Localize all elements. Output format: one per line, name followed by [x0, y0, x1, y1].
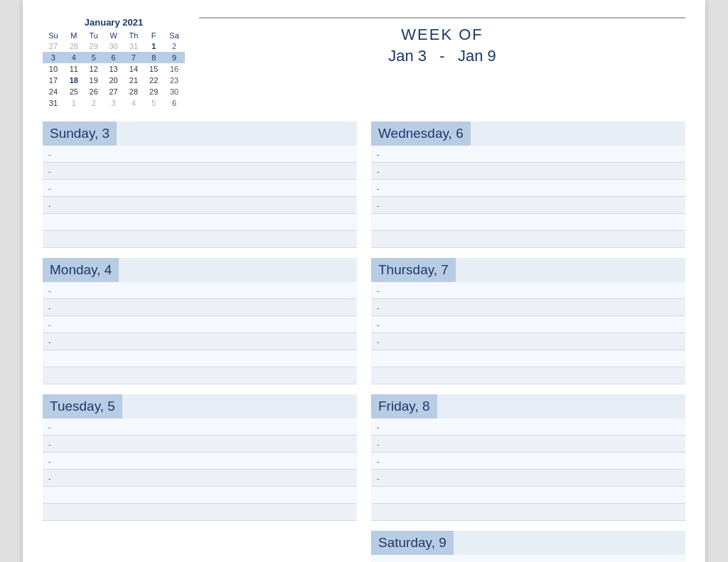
day-line[interactable] [43, 350, 357, 367]
top-section: January 2021 SuMTuWThFSa 272829303112345… [43, 17, 685, 109]
day-line[interactable] [371, 231, 685, 248]
day-lines: ---- [371, 282, 685, 384]
day-line[interactable]: - [43, 282, 357, 299]
day-header-right [456, 258, 685, 282]
cal-day: 11 [64, 63, 84, 75]
cal-day: 3 [43, 52, 64, 63]
day-line[interactable]: - [43, 180, 357, 197]
day-header: Tuesday, 5 [43, 394, 122, 418]
day-header: Saturday, 9 [371, 531, 454, 555]
day-line[interactable]: - [371, 453, 685, 470]
cal-day: 20 [104, 75, 124, 86]
day-line[interactable]: - [371, 333, 685, 350]
cal-day: 7 [124, 52, 144, 63]
cal-header: M [64, 31, 84, 40]
day-header-right [122, 394, 357, 418]
day-header-right [471, 121, 685, 146]
cal-day: 29 [144, 86, 164, 97]
day-lines: ---- [371, 555, 685, 562]
cal-day: 14 [124, 63, 144, 75]
day-header: Monday, 4 [43, 258, 119, 282]
cal-day: 8 [144, 52, 164, 63]
cal-day: 26 [84, 86, 104, 97]
day-header-right [437, 394, 685, 418]
day-lines: ---- [43, 418, 357, 521]
cal-day: 30 [104, 40, 124, 52]
cal-header: Sa [164, 31, 185, 40]
cal-day: 6 [164, 97, 185, 109]
day-block-tuesday--5: Tuesday, 5---- [43, 394, 357, 521]
cal-day: 25 [64, 86, 84, 97]
day-line[interactable]: - [371, 146, 685, 163]
day-line[interactable]: - [371, 436, 685, 453]
day-header-row: Friday, 8 [371, 394, 685, 418]
day-line[interactable] [43, 231, 357, 248]
day-header-row: Saturday, 9 [371, 531, 685, 555]
day-block-thursday--7: Thursday, 7---- [371, 258, 685, 384]
day-line[interactable]: - [43, 470, 357, 487]
day-header-row: Thursday, 7 [371, 258, 685, 282]
cal-header: Th [124, 31, 144, 40]
cal-header: Su [43, 31, 64, 40]
day-line[interactable] [371, 487, 685, 504]
week-of-section: WEEK OF Jan 3 - Jan 9 [199, 17, 685, 65]
day-line[interactable] [371, 367, 685, 384]
day-line[interactable]: - [43, 146, 357, 163]
day-line[interactable] [43, 367, 357, 384]
day-block-monday--4: Monday, 4---- [43, 258, 357, 384]
day-block-wednesday--6: Wednesday, 6---- [371, 121, 685, 248]
day-line[interactable]: - [43, 418, 357, 436]
day-block-saturday--9: Saturday, 9---- [371, 531, 685, 562]
day-header-row: Monday, 4 [43, 258, 357, 282]
day-line[interactable]: - [371, 418, 685, 436]
day-line[interactable] [371, 350, 685, 367]
day-line[interactable]: - [371, 470, 685, 487]
day-line[interactable]: - [371, 163, 685, 180]
cal-day: 10 [43, 63, 64, 75]
day-line[interactable] [43, 487, 357, 504]
day-line[interactable] [371, 504, 685, 521]
cal-day: 24 [43, 86, 64, 97]
cal-day: 1 [64, 97, 84, 109]
cal-day: 31 [43, 97, 64, 109]
day-line[interactable] [43, 504, 357, 521]
day-line[interactable]: - [43, 299, 357, 316]
calendar-table: SuMTuWThFSa 2728293031123456789101112131… [43, 31, 185, 109]
day-line[interactable]: - [371, 197, 685, 214]
week-start: Jan 3 [388, 47, 427, 65]
day-line[interactable]: - [43, 163, 357, 180]
day-line[interactable] [43, 214, 357, 231]
cal-day: 28 [124, 86, 144, 97]
day-line[interactable]: - [43, 197, 357, 214]
week-of-label: WEEK OF [401, 26, 483, 44]
day-line[interactable]: - [43, 436, 357, 453]
cal-day: 29 [84, 40, 104, 52]
cal-day: 12 [84, 63, 104, 75]
day-line[interactable]: - [43, 333, 357, 350]
day-grid: Sunday, 3----Wednesday, 6----Monday, 4--… [43, 121, 685, 562]
day-block-friday--8: Friday, 8---- [371, 394, 685, 521]
week-of-dates: Jan 3 - Jan 9 [388, 47, 496, 65]
day-line[interactable]: - [371, 555, 685, 562]
day-line[interactable]: - [371, 316, 685, 333]
day-header: Wednesday, 6 [371, 121, 471, 146]
cal-day: 23 [164, 75, 185, 86]
cal-day: 15 [144, 63, 164, 75]
day-header-row: Tuesday, 5 [43, 394, 357, 418]
day-line[interactable]: - [371, 180, 685, 197]
day-block-sunday--3: Sunday, 3---- [43, 121, 357, 248]
week-end: Jan 9 [458, 47, 496, 65]
cal-day: 30 [164, 86, 185, 97]
cal-day: 9 [164, 52, 185, 63]
day-lines: ---- [43, 282, 357, 384]
cal-day: 27 [43, 40, 64, 52]
day-line[interactable]: - [43, 316, 357, 333]
cal-day: 4 [64, 52, 84, 63]
day-line[interactable] [371, 214, 685, 231]
day-block-empty [43, 531, 357, 562]
cal-day: 2 [164, 40, 185, 52]
day-line[interactable]: - [43, 453, 357, 470]
day-line[interactable]: - [371, 299, 685, 316]
cal-header: Tu [84, 31, 104, 40]
day-line[interactable]: - [371, 282, 685, 299]
